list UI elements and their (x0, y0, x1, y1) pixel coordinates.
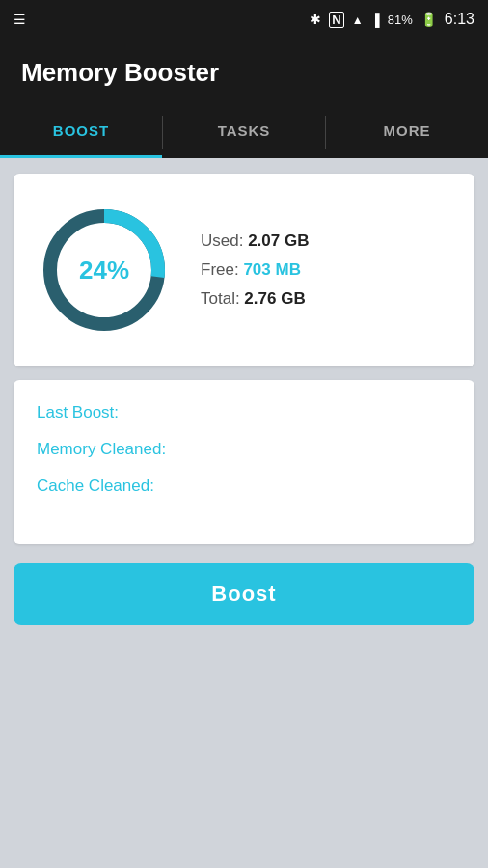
used-label: Used: (201, 231, 248, 250)
memory-stats: Used: 2.07 GB Free: 703 MB Total: 2.76 G… (201, 231, 309, 309)
battery-icon: 🔋 (420, 12, 437, 27)
total-label: Total: (201, 289, 244, 308)
tab-tasks[interactable]: TASKS (163, 106, 325, 158)
battery-level: 81% (388, 13, 413, 27)
total-value: 2.76 GB (244, 289, 305, 308)
free-value: 703 MB (243, 260, 301, 279)
app-title: Memory Booster (21, 58, 219, 88)
content-area: 24% Used: 2.07 GB Free: 703 MB Total: 2.… (0, 158, 488, 640)
memory-percentage: 24% (79, 256, 129, 285)
status-bar-left: ☰ (14, 12, 26, 27)
tabs-bar: BOOST TASKS MORE (0, 106, 488, 158)
tab-boost[interactable]: BOOST (0, 106, 162, 158)
memory-cleaned-label: Memory Cleaned: (37, 440, 451, 459)
tab-more[interactable]: MORE (326, 106, 488, 158)
status-time: 6:13 (445, 11, 474, 28)
cache-cleaned-label: Cache Cleaned: (37, 476, 451, 496)
app-header: Memory Booster (0, 39, 488, 106)
network-icon: N (329, 12, 343, 28)
stat-total: Total: 2.76 GB (201, 289, 309, 309)
signal-icon (371, 12, 380, 27)
used-value: 2.07 GB (248, 231, 309, 250)
stat-used: Used: 2.07 GB (201, 231, 309, 251)
bluetooth-icon: ✱ (310, 12, 321, 27)
menu-icon: ☰ (14, 12, 26, 27)
last-boost-label: Last Boost: (37, 403, 451, 422)
free-label: Free: (201, 260, 243, 279)
wifi-icon (352, 12, 364, 27)
stat-free: Free: 703 MB (201, 260, 309, 280)
memory-card: 24% Used: 2.07 GB Free: 703 MB Total: 2.… (14, 174, 474, 366)
memory-donut-chart: 24% (37, 203, 172, 338)
boost-button[interactable]: Boost (14, 563, 474, 625)
info-card: Last Boost: Memory Cleaned: Cache Cleane… (14, 380, 474, 544)
status-bar: ☰ ✱ N 81% 🔋 6:13 (0, 0, 488, 39)
